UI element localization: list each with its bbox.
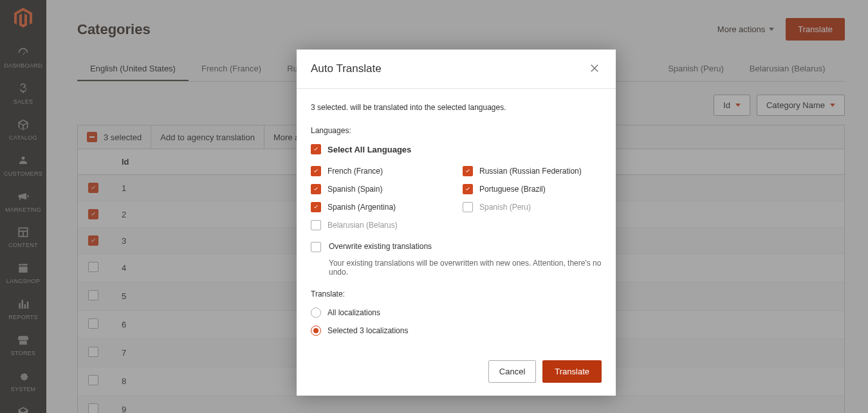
modal-body: 3 selected. will be translated into the … <box>297 89 616 350</box>
language-checkbox <box>463 184 473 194</box>
language-checkbox <box>463 202 473 212</box>
language-option[interactable]: Spanish (Argentina) <box>311 202 450 212</box>
cancel-button[interactable]: Cancel <box>488 360 536 383</box>
language-checkbox <box>311 202 321 212</box>
auto-translate-modal: Auto Translate 3 selected. will be trans… <box>297 50 616 396</box>
languages-label: Languages: <box>311 126 602 135</box>
confirm-translate-button[interactable]: Translate <box>542 360 602 383</box>
select-all-lang-checkbox <box>311 144 321 154</box>
overwrite-checkbox <box>311 242 321 252</box>
option-selected-localizations[interactable]: Selected 3 localizations <box>311 326 602 336</box>
language-option[interactable]: Spanish (Spain) <box>311 184 450 194</box>
language-checkbox <box>311 220 321 230</box>
language-checkbox <box>463 166 473 176</box>
language-checkbox <box>311 184 321 194</box>
modal-footer: Cancel Translate <box>297 350 616 396</box>
language-option[interactable]: Belarusian (Belarus) <box>311 220 450 230</box>
modal-info: 3 selected. will be translated into the … <box>311 103 602 112</box>
close-icon[interactable] <box>589 62 602 75</box>
modal-header: Auto Translate <box>297 50 616 89</box>
language-columns: French (France)Spanish (Spain)Spanish (A… <box>311 166 602 230</box>
language-option[interactable]: Portuguese (Brazil) <box>463 184 602 194</box>
overwrite-description: Your existing translations will be overw… <box>329 259 602 277</box>
language-option[interactable]: French (France) <box>311 166 450 176</box>
select-all-languages[interactable]: Select All Languages <box>311 144 602 154</box>
radio-all <box>311 307 321 318</box>
language-checkbox <box>311 166 321 176</box>
modal-title: Auto Translate <box>311 62 382 75</box>
overwrite-option[interactable]: Overwrite existing translations <box>311 242 602 255</box>
option-all-localizations[interactable]: All localizations <box>311 307 602 318</box>
radio-selected <box>311 326 321 336</box>
language-option[interactable]: Russian (Russian Federation) <box>463 166 602 176</box>
translate-label: Translate: <box>311 289 602 298</box>
language-option[interactable]: Spanish (Peru) <box>463 202 602 212</box>
